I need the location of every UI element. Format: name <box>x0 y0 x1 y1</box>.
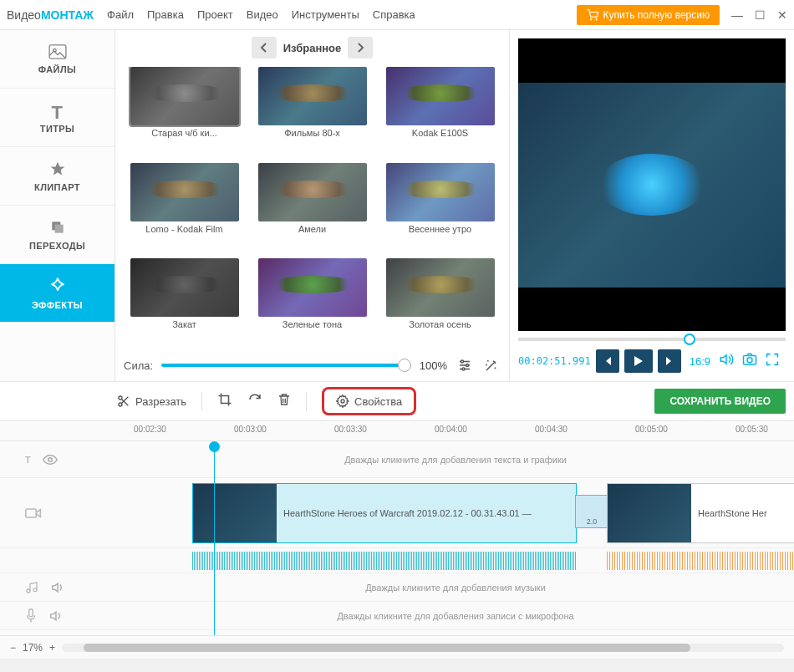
delete-button[interactable] <box>277 392 291 410</box>
preview-viewport[interactable] <box>518 38 786 331</box>
camera-track-icon <box>25 507 42 520</box>
menu-project[interactable]: Проект <box>197 8 233 21</box>
effect-thumb[interactable]: Lomo - Kodak Film <box>124 163 245 254</box>
svg-point-13 <box>747 358 752 363</box>
zoom-out-button[interactable]: − <box>10 642 16 654</box>
effect-thumb[interactable]: Золотая осень <box>379 258 501 349</box>
effect-thumb[interactable]: Зеленые тона <box>252 258 373 349</box>
strength-label: Сила: <box>124 359 153 372</box>
svg-rect-20 <box>26 509 36 517</box>
skip-back-icon <box>603 356 613 366</box>
zoom-in-button[interactable]: + <box>49 642 55 654</box>
aspect-ratio[interactable]: 16:9 <box>690 355 710 368</box>
menu-help[interactable]: Справка <box>373 8 415 21</box>
eye-icon[interactable] <box>43 454 58 466</box>
preview-seekbar-thumb[interactable] <box>684 333 695 345</box>
close-button[interactable]: ✕ <box>777 8 787 22</box>
svg-point-15 <box>119 403 122 406</box>
sidebar: ФАЙЛЫ T ТИТРЫ КЛИПАРТ ПЕРЕХОДЫ ЭФФЕКТЫ <box>0 30 115 381</box>
fullscreen-icon <box>766 353 779 366</box>
zoom-value: 17% <box>23 642 43 654</box>
menu-tools[interactable]: Инструменты <box>292 8 359 21</box>
rotate-button[interactable] <box>247 392 262 410</box>
timeline-toolbar: Разрезать Свойства СОХРАНИТЬ ВИДЕО <box>0 381 794 421</box>
category-name: Избранное <box>283 42 342 54</box>
menu-edit[interactable]: Правка <box>147 8 184 21</box>
buy-full-version-button[interactable]: Купить полную версию <box>577 5 720 25</box>
prev-frame-button[interactable] <box>596 349 619 373</box>
preview-seekbar[interactable] <box>518 338 786 341</box>
crop-icon <box>217 392 232 407</box>
sidebar-clipart[interactable]: КЛИПАРТ <box>0 147 115 206</box>
playhead[interactable] <box>214 441 215 635</box>
tracks: T Дважды кликните для добавления текста … <box>0 441 794 635</box>
sliders-icon <box>457 358 472 373</box>
svg-point-14 <box>119 396 122 400</box>
timeline: 00:02:30 00:03:00 00:03:30 00:04:00 00:0… <box>0 421 794 659</box>
strength-slider[interactable] <box>161 364 411 367</box>
rotate-icon <box>247 392 262 407</box>
category-next-button[interactable] <box>348 37 373 59</box>
video-clip[interactable]: HearthStone Heroes of Warcraft 2019.02.1… <box>192 483 577 543</box>
category-prev-button[interactable] <box>252 37 277 59</box>
sidebar-transitions[interactable]: ПЕРЕХОДЫ <box>0 206 115 264</box>
preview-frame <box>518 83 786 288</box>
camera-icon <box>742 353 757 366</box>
effect-thumb[interactable]: Фильмы 80-х <box>252 67 373 158</box>
svg-point-19 <box>48 457 52 461</box>
effect-thumb[interactable]: Амели <box>252 163 373 254</box>
menu-file[interactable]: Файл <box>107 8 134 21</box>
image-icon <box>48 44 67 59</box>
svg-point-1 <box>596 18 597 19</box>
effect-thumb[interactable]: Закат <box>124 258 245 349</box>
settings-button[interactable] <box>456 356 474 374</box>
sidebar-titles[interactable]: T ТИТРЫ <box>0 89 115 147</box>
cart-icon <box>587 9 598 21</box>
crop-button[interactable] <box>217 392 232 410</box>
video-clip[interactable]: HearthStone Her <box>607 483 794 543</box>
mic-track[interactable]: Дважды кликните для добавления записи с … <box>0 602 794 630</box>
sidebar-files[interactable]: ФАЙЛЫ <box>0 30 115 89</box>
strength-row: Сила: 100% <box>124 356 501 374</box>
svg-point-11 <box>462 368 465 370</box>
wand-button[interactable] <box>482 356 501 374</box>
effect-thumb[interactable]: Kodak E100S <box>379 67 501 158</box>
titlebar: ВидеоМОНТАЖ Файл Правка Проект Видео Инс… <box>0 0 794 30</box>
timeline-ruler[interactable]: 00:02:30 00:03:00 00:03:30 00:04:00 00:0… <box>0 421 794 441</box>
snapshot-button[interactable] <box>742 353 757 369</box>
sparkle-icon <box>48 277 67 295</box>
sidebar-effects[interactable]: ЭФФЕКТЫ <box>0 264 115 323</box>
svg-point-10 <box>466 364 469 367</box>
save-video-button[interactable]: СОХРАНИТЬ ВИДЕО <box>654 389 786 414</box>
fullscreen-button[interactable] <box>766 353 779 369</box>
transition-clip[interactable]: 2.0 <box>575 495 608 528</box>
volume-icon[interactable] <box>50 582 65 593</box>
text-track[interactable]: T Дважды кликните для добавления текста … <box>0 441 794 478</box>
wand-icon <box>484 358 499 373</box>
menu-video[interactable]: Видео <box>247 8 278 21</box>
effects-panel: Избранное Старая ч/б ки... Фильмы 80-х K… <box>115 30 510 381</box>
strength-value: 100% <box>420 359 447 372</box>
volume-icon[interactable] <box>48 610 64 622</box>
horizontal-scrollbar[interactable] <box>62 644 784 652</box>
effect-thumb[interactable]: Старая ч/б ки... <box>124 67 245 158</box>
minimize-button[interactable]: — <box>731 8 743 22</box>
maximize-button[interactable]: ☐ <box>755 8 766 22</box>
properties-button[interactable]: Свойства <box>322 387 416 415</box>
preview-controls: 00:02:51.991 16:9 <box>518 349 786 373</box>
next-frame-button[interactable] <box>658 349 681 373</box>
play-button[interactable] <box>624 349 653 373</box>
main-area: ФАЙЛЫ T ТИТРЫ КЛИПАРТ ПЕРЕХОДЫ ЭФФЕКТЫ И… <box>0 30 794 381</box>
volume-button[interactable] <box>719 353 734 369</box>
audio-wave[interactable] <box>607 552 794 570</box>
video-track[interactable]: HearthStone Heroes of Warcraft 2019.02.1… <box>0 478 794 548</box>
category-bar: Избранное <box>124 37 501 59</box>
effect-thumb[interactable]: Весеннее утро <box>379 163 501 254</box>
audio-wave[interactable] <box>192 552 577 570</box>
audio-track[interactable] <box>0 548 794 573</box>
scissors-icon <box>117 395 130 408</box>
chevron-left-icon <box>260 43 268 53</box>
cut-button[interactable]: Разрезать <box>117 395 186 408</box>
music-track[interactable]: Дважды кликните для добавления музыки <box>0 573 794 602</box>
text-track-icon: T <box>25 455 31 465</box>
